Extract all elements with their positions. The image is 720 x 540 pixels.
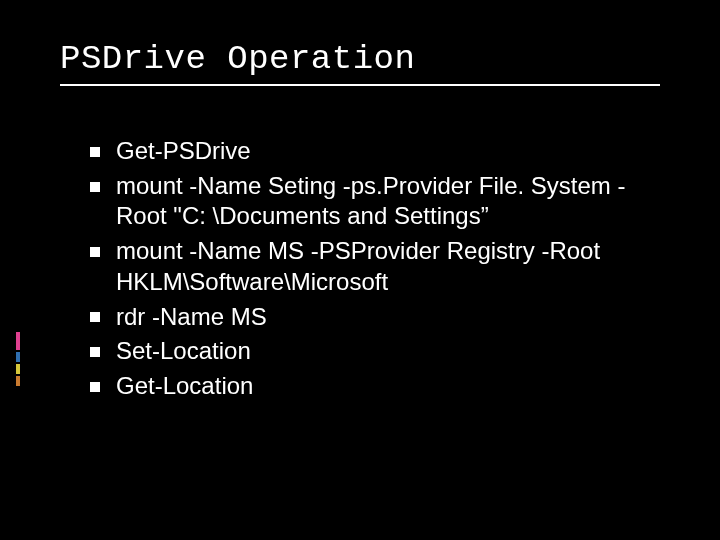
accent-orange (16, 376, 20, 386)
bullet-list: Get-PSDrive mount -Name Seting -ps.Provi… (60, 136, 660, 402)
list-item: rdr -Name MS (90, 302, 660, 333)
accent-pink (16, 332, 20, 350)
accent-strip (16, 332, 20, 388)
list-item: Get-Location (90, 371, 660, 402)
list-item: mount -Name Seting -ps.Provider File. Sy… (90, 171, 660, 232)
slide: PSDrive Operation Get-PSDrive mount -Nam… (0, 0, 720, 540)
title-underline (60, 84, 660, 86)
slide-title: PSDrive Operation (60, 40, 660, 78)
list-item: mount -Name MS -PSProvider Registry -Roo… (90, 236, 660, 297)
accent-yellow (16, 364, 20, 374)
list-item: Get-PSDrive (90, 136, 660, 167)
list-item: Set-Location (90, 336, 660, 367)
accent-blue (16, 352, 20, 362)
